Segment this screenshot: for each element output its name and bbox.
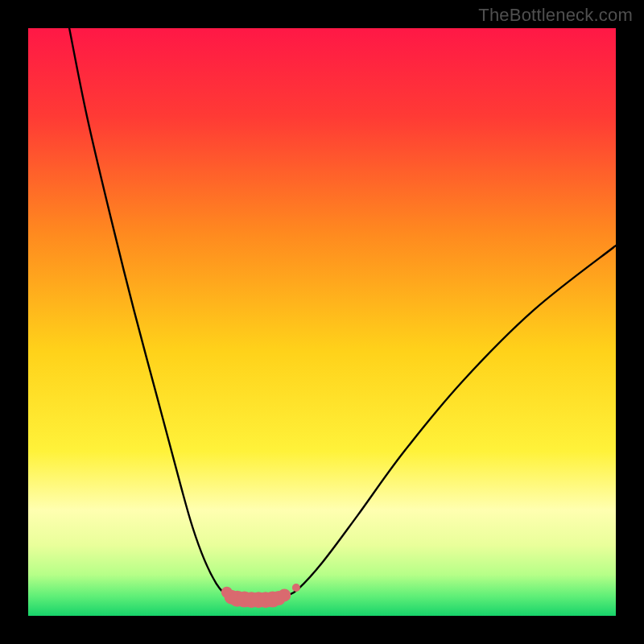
chart-stage: TheBottleneck.com	[0, 0, 644, 644]
trough-marker	[292, 584, 300, 592]
trough-marker	[278, 588, 291, 601]
watermark-text: TheBottleneck.com	[478, 5, 633, 26]
bottleneck-chart	[0, 0, 644, 644]
gradient-background	[28, 28, 616, 616]
